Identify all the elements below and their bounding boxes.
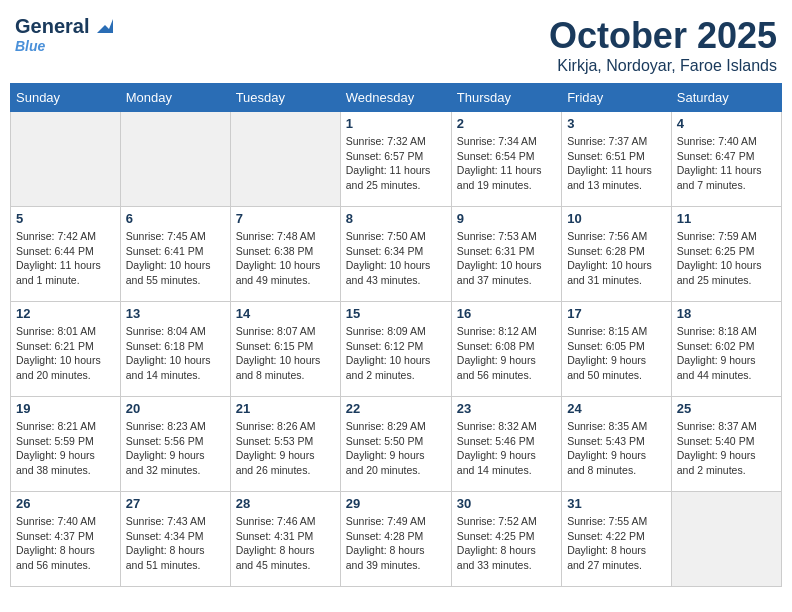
weekday-header-friday: Friday [562,84,672,112]
day-number: 11 [677,211,776,226]
day-info: Sunrise: 7:40 AM Sunset: 4:37 PM Dayligh… [16,514,115,573]
weekday-header-row: SundayMondayTuesdayWednesdayThursdayFrid… [11,84,782,112]
day-number: 14 [236,306,335,321]
day-info: Sunrise: 7:32 AM Sunset: 6:57 PM Dayligh… [346,134,446,193]
day-number: 22 [346,401,446,416]
day-cell: 16Sunrise: 8:12 AM Sunset: 6:08 PM Dayli… [451,302,561,397]
day-info: Sunrise: 8:35 AM Sunset: 5:43 PM Dayligh… [567,419,666,478]
day-number: 21 [236,401,335,416]
day-info: Sunrise: 8:26 AM Sunset: 5:53 PM Dayligh… [236,419,335,478]
day-info: Sunrise: 7:52 AM Sunset: 4:25 PM Dayligh… [457,514,556,573]
day-number: 9 [457,211,556,226]
day-cell: 26Sunrise: 7:40 AM Sunset: 4:37 PM Dayli… [11,492,121,587]
day-info: Sunrise: 8:29 AM Sunset: 5:50 PM Dayligh… [346,419,446,478]
day-info: Sunrise: 7:55 AM Sunset: 4:22 PM Dayligh… [567,514,666,573]
day-cell: 4Sunrise: 7:40 AM Sunset: 6:47 PM Daylig… [671,112,781,207]
weekday-header-tuesday: Tuesday [230,84,340,112]
day-number: 12 [16,306,115,321]
day-info: Sunrise: 8:37 AM Sunset: 5:40 PM Dayligh… [677,419,776,478]
day-number: 20 [126,401,225,416]
day-info: Sunrise: 8:15 AM Sunset: 6:05 PM Dayligh… [567,324,666,383]
day-number: 16 [457,306,556,321]
day-number: 25 [677,401,776,416]
day-info: Sunrise: 7:43 AM Sunset: 4:34 PM Dayligh… [126,514,225,573]
day-info: Sunrise: 7:40 AM Sunset: 6:47 PM Dayligh… [677,134,776,193]
calendar: SundayMondayTuesdayWednesdayThursdayFrid… [10,83,782,587]
day-cell: 28Sunrise: 7:46 AM Sunset: 4:31 PM Dayli… [230,492,340,587]
day-cell: 20Sunrise: 8:23 AM Sunset: 5:56 PM Dayli… [120,397,230,492]
day-cell [671,492,781,587]
day-info: Sunrise: 7:46 AM Sunset: 4:31 PM Dayligh… [236,514,335,573]
subtitle: Kirkja, Nordoyar, Faroe Islands [549,57,777,75]
day-number: 28 [236,496,335,511]
day-info: Sunrise: 7:34 AM Sunset: 6:54 PM Dayligh… [457,134,556,193]
day-info: Sunrise: 7:37 AM Sunset: 6:51 PM Dayligh… [567,134,666,193]
day-number: 2 [457,116,556,131]
day-info: Sunrise: 8:12 AM Sunset: 6:08 PM Dayligh… [457,324,556,383]
day-cell: 5Sunrise: 7:42 AM Sunset: 6:44 PM Daylig… [11,207,121,302]
day-cell: 24Sunrise: 8:35 AM Sunset: 5:43 PM Dayli… [562,397,672,492]
day-cell [230,112,340,207]
day-number: 19 [16,401,115,416]
header: General Blue October 2025 Kirkja, Nordoy… [10,10,782,75]
week-row-3: 12Sunrise: 8:01 AM Sunset: 6:21 PM Dayli… [11,302,782,397]
day-number: 30 [457,496,556,511]
day-number: 26 [16,496,115,511]
day-cell: 13Sunrise: 8:04 AM Sunset: 6:18 PM Dayli… [120,302,230,397]
day-cell: 3Sunrise: 7:37 AM Sunset: 6:51 PM Daylig… [562,112,672,207]
day-info: Sunrise: 7:48 AM Sunset: 6:38 PM Dayligh… [236,229,335,288]
day-number: 23 [457,401,556,416]
day-info: Sunrise: 7:59 AM Sunset: 6:25 PM Dayligh… [677,229,776,288]
logo-general: General [15,15,89,38]
logo: General Blue [15,15,113,54]
day-cell: 8Sunrise: 7:50 AM Sunset: 6:34 PM Daylig… [340,207,451,302]
day-cell: 31Sunrise: 7:55 AM Sunset: 4:22 PM Dayli… [562,492,672,587]
day-info: Sunrise: 8:21 AM Sunset: 5:59 PM Dayligh… [16,419,115,478]
day-cell: 19Sunrise: 8:21 AM Sunset: 5:59 PM Dayli… [11,397,121,492]
week-row-1: 1Sunrise: 7:32 AM Sunset: 6:57 PM Daylig… [11,112,782,207]
day-cell: 21Sunrise: 8:26 AM Sunset: 5:53 PM Dayli… [230,397,340,492]
day-cell: 27Sunrise: 7:43 AM Sunset: 4:34 PM Dayli… [120,492,230,587]
day-cell: 17Sunrise: 8:15 AM Sunset: 6:05 PM Dayli… [562,302,672,397]
day-number: 17 [567,306,666,321]
day-cell [120,112,230,207]
day-number: 31 [567,496,666,511]
day-info: Sunrise: 8:01 AM Sunset: 6:21 PM Dayligh… [16,324,115,383]
day-cell: 9Sunrise: 7:53 AM Sunset: 6:31 PM Daylig… [451,207,561,302]
day-info: Sunrise: 7:45 AM Sunset: 6:41 PM Dayligh… [126,229,225,288]
day-cell: 15Sunrise: 8:09 AM Sunset: 6:12 PM Dayli… [340,302,451,397]
day-cell: 6Sunrise: 7:45 AM Sunset: 6:41 PM Daylig… [120,207,230,302]
title-area: October 2025 Kirkja, Nordoyar, Faroe Isl… [549,15,777,75]
day-number: 18 [677,306,776,321]
day-number: 15 [346,306,446,321]
day-cell: 18Sunrise: 8:18 AM Sunset: 6:02 PM Dayli… [671,302,781,397]
day-cell: 7Sunrise: 7:48 AM Sunset: 6:38 PM Daylig… [230,207,340,302]
day-number: 29 [346,496,446,511]
day-number: 24 [567,401,666,416]
week-row-4: 19Sunrise: 8:21 AM Sunset: 5:59 PM Dayli… [11,397,782,492]
weekday-header-thursday: Thursday [451,84,561,112]
day-cell: 22Sunrise: 8:29 AM Sunset: 5:50 PM Dayli… [340,397,451,492]
day-info: Sunrise: 8:23 AM Sunset: 5:56 PM Dayligh… [126,419,225,478]
day-cell: 25Sunrise: 8:37 AM Sunset: 5:40 PM Dayli… [671,397,781,492]
day-number: 10 [567,211,666,226]
day-info: Sunrise: 8:09 AM Sunset: 6:12 PM Dayligh… [346,324,446,383]
day-cell: 29Sunrise: 7:49 AM Sunset: 4:28 PM Dayli… [340,492,451,587]
day-info: Sunrise: 7:50 AM Sunset: 6:34 PM Dayligh… [346,229,446,288]
day-info: Sunrise: 7:56 AM Sunset: 6:28 PM Dayligh… [567,229,666,288]
day-info: Sunrise: 7:42 AM Sunset: 6:44 PM Dayligh… [16,229,115,288]
weekday-header-sunday: Sunday [11,84,121,112]
day-number: 5 [16,211,115,226]
month-title: October 2025 [549,15,777,57]
day-cell: 2Sunrise: 7:34 AM Sunset: 6:54 PM Daylig… [451,112,561,207]
svg-marker-0 [97,19,113,33]
day-number: 3 [567,116,666,131]
day-info: Sunrise: 8:32 AM Sunset: 5:46 PM Dayligh… [457,419,556,478]
week-row-5: 26Sunrise: 7:40 AM Sunset: 4:37 PM Dayli… [11,492,782,587]
logo-blue: Blue [15,38,45,54]
day-cell: 12Sunrise: 8:01 AM Sunset: 6:21 PM Dayli… [11,302,121,397]
day-cell: 23Sunrise: 8:32 AM Sunset: 5:46 PM Dayli… [451,397,561,492]
day-info: Sunrise: 7:49 AM Sunset: 4:28 PM Dayligh… [346,514,446,573]
day-info: Sunrise: 8:18 AM Sunset: 6:02 PM Dayligh… [677,324,776,383]
day-number: 1 [346,116,446,131]
